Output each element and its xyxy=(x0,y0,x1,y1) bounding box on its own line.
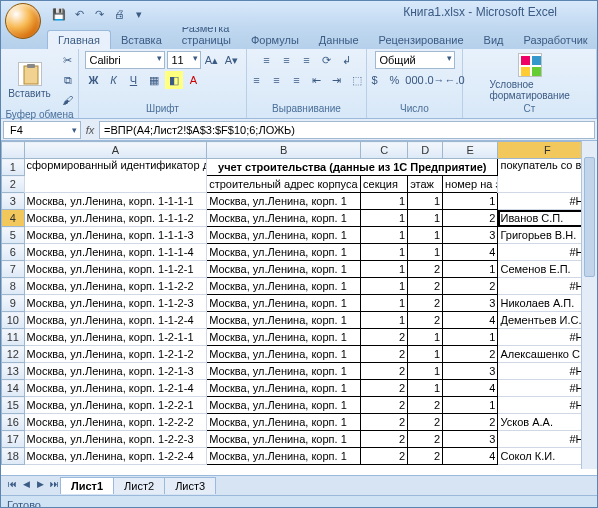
cell[interactable]: 2 xyxy=(361,380,408,397)
cell[interactable]: 2 xyxy=(361,431,408,448)
cell[interactable]: 1 xyxy=(361,261,408,278)
cell[interactable]: 1 xyxy=(361,278,408,295)
shrink-font-icon[interactable]: A▾ xyxy=(223,51,241,69)
comma-icon[interactable]: 000 xyxy=(406,71,424,89)
align-left-icon[interactable]: ≡ xyxy=(248,71,266,89)
tab-data[interactable]: Данные xyxy=(309,31,369,49)
format-painter-icon[interactable]: 🖌 xyxy=(59,91,77,109)
data-row[interactable]: 7Москва, ул.Ленина, корп. 1-1-2-1Москва,… xyxy=(2,261,597,278)
col-header-d[interactable]: D xyxy=(408,142,443,159)
paste-button[interactable]: Вставить xyxy=(2,60,56,101)
cell[interactable]: Москва, ул.Ленина, корп. 1 xyxy=(207,346,361,363)
data-row[interactable]: 9Москва, ул.Ленина, корп. 1-1-2-3Москва,… xyxy=(2,295,597,312)
cell[interactable]: 2 xyxy=(408,448,443,465)
row-header[interactable]: 8 xyxy=(2,278,25,295)
cell[interactable]: Москва, ул.Ленина, корп. 1-2-1-2 xyxy=(24,346,207,363)
cell[interactable]: 1 xyxy=(408,380,443,397)
currency-icon[interactable]: $ xyxy=(366,71,384,89)
conditional-formatting-button[interactable]: Условное форматирование xyxy=(484,51,576,103)
font-color-icon[interactable]: A xyxy=(185,71,203,89)
cell[interactable]: 2 xyxy=(361,448,408,465)
cell[interactable]: Москва, ул.Ленина, корп. 1-2-1-1 xyxy=(24,329,207,346)
cell[interactable]: 2 xyxy=(443,278,498,295)
cell[interactable]: 2 xyxy=(408,295,443,312)
cell[interactable]: Москва, ул.Ленина, корп. 1 xyxy=(207,363,361,380)
data-row[interactable]: 14Москва, ул.Ленина, корп. 1-2-1-4Москва… xyxy=(2,380,597,397)
tab-insert[interactable]: Вставка xyxy=(111,31,172,49)
cell[interactable]: Москва, ул.Ленина, корп. 1-2-2-1 xyxy=(24,397,207,414)
align-center-icon[interactable]: ≡ xyxy=(268,71,286,89)
cell[interactable]: 4 xyxy=(443,448,498,465)
tab-nav-prev-icon[interactable]: ◀ xyxy=(19,479,33,493)
cell[interactable]: 2 xyxy=(408,397,443,414)
cell[interactable]: Москва, ул.Ленина, корп. 1 xyxy=(207,397,361,414)
cell[interactable]: секция xyxy=(361,176,408,193)
cell[interactable]: строительный адрес корпуса xyxy=(207,176,361,193)
cell[interactable]: номер на этаже xyxy=(443,176,498,193)
cell[interactable]: 2 xyxy=(408,312,443,329)
cell[interactable]: Москва, ул.Ленина, корп. 1 xyxy=(207,295,361,312)
row-header[interactable]: 4 xyxy=(2,210,25,227)
borders-icon[interactable]: ▦ xyxy=(145,71,163,89)
cell[interactable]: Москва, ул.Ленина, корп. 1-1-1-2 xyxy=(24,210,207,227)
col-header-c[interactable]: C xyxy=(361,142,408,159)
data-row[interactable]: 11Москва, ул.Ленина, корп. 1-2-1-1Москва… xyxy=(2,329,597,346)
data-row[interactable]: 16Москва, ул.Ленина, корп. 1-2-2-2Москва… xyxy=(2,414,597,431)
cell[interactable]: 2 xyxy=(361,329,408,346)
copy-icon[interactable]: ⧉ xyxy=(59,71,77,89)
cell[interactable]: Москва, ул.Ленина, корп. 1-2-1-3 xyxy=(24,363,207,380)
cell[interactable]: Москва, ул.Ленина, корп. 1-1-1-3 xyxy=(24,227,207,244)
cell[interactable]: 4 xyxy=(443,244,498,261)
cell[interactable]: Москва, ул.Ленина, корп. 1-2-1-4 xyxy=(24,380,207,397)
tab-home[interactable]: Главная xyxy=(47,30,111,49)
row-header[interactable]: 16 xyxy=(2,414,25,431)
sheet-tab-2[interactable]: Лист2 xyxy=(113,477,165,494)
cell[interactable]: этаж xyxy=(408,176,443,193)
row-header[interactable]: 12 xyxy=(2,346,25,363)
align-bottom-icon[interactable]: ≡ xyxy=(298,51,316,69)
data-row[interactable]: 4Москва, ул.Ленина, корп. 1-1-1-2Москва,… xyxy=(2,210,597,227)
wrap-text-icon[interactable]: ↲ xyxy=(338,51,356,69)
cell[interactable]: Москва, ул.Ленина, корп. 1-1-2-1 xyxy=(24,261,207,278)
cut-icon[interactable]: ✂ xyxy=(59,51,77,69)
tab-nav-next-icon[interactable]: ▶ xyxy=(33,479,47,493)
cell[interactable]: 1 xyxy=(443,261,498,278)
redo-icon[interactable]: ↷ xyxy=(91,6,107,22)
col-header-b[interactable]: B xyxy=(207,142,361,159)
align-top-icon[interactable]: ≡ xyxy=(258,51,276,69)
sheet-tab-1[interactable]: Лист1 xyxy=(60,477,114,494)
font-name-combo[interactable]: Calibri xyxy=(85,51,165,69)
data-row[interactable]: 8Москва, ул.Ленина, корп. 1-1-2-2Москва,… xyxy=(2,278,597,295)
increase-indent-icon[interactable]: ⇥ xyxy=(328,71,346,89)
percent-icon[interactable]: % xyxy=(386,71,404,89)
tab-review[interactable]: Рецензирование xyxy=(369,31,474,49)
cell[interactable]: Москва, ул.Ленина, корп. 1 xyxy=(207,312,361,329)
cell[interactable]: 2 xyxy=(361,363,408,380)
data-row[interactable]: 15Москва, ул.Ленина, корп. 1-2-2-1Москва… xyxy=(2,397,597,414)
cell[interactable]: Москва, ул.Ленина, корп. 1 xyxy=(207,431,361,448)
cell[interactable]: Москва, ул.Ленина, корп. 1-1-2-4 xyxy=(24,312,207,329)
cell[interactable]: 1 xyxy=(408,210,443,227)
cell[interactable]: Москва, ул.Ленина, корп. 1 xyxy=(207,329,361,346)
cell[interactable]: 2 xyxy=(361,397,408,414)
row-header[interactable]: 9 xyxy=(2,295,25,312)
undo-icon[interactable]: ↶ xyxy=(71,6,87,22)
cell[interactable]: 2 xyxy=(443,210,498,227)
cell[interactable]: 2 xyxy=(408,414,443,431)
italic-button[interactable]: К xyxy=(105,71,123,89)
row-header[interactable]: 3 xyxy=(2,193,25,210)
cell[interactable]: 1 xyxy=(361,193,408,210)
align-right-icon[interactable]: ≡ xyxy=(288,71,306,89)
number-format-combo[interactable]: Общий xyxy=(375,51,455,69)
cell[interactable]: Москва, ул.Ленина, корп. 1 xyxy=(207,414,361,431)
cell[interactable]: 4 xyxy=(443,312,498,329)
worksheet-grid[interactable]: A B C D E F 1 сформированный идентификат… xyxy=(1,141,597,475)
cell[interactable]: 2 xyxy=(443,346,498,363)
tab-formulas[interactable]: Формулы xyxy=(241,31,309,49)
cell[interactable]: 2 xyxy=(408,278,443,295)
cell[interactable]: 2 xyxy=(361,414,408,431)
cell[interactable]: 1 xyxy=(361,227,408,244)
scrollbar-thumb[interactable] xyxy=(584,157,595,277)
align-middle-icon[interactable]: ≡ xyxy=(278,51,296,69)
cell[interactable]: 1 xyxy=(408,363,443,380)
